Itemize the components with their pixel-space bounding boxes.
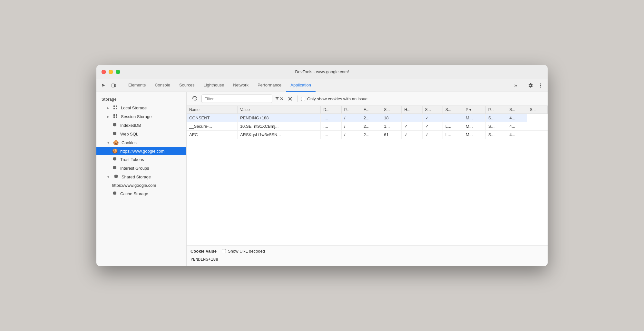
cell-path: / — [341, 114, 361, 122]
cursor-icon[interactable] — [99, 81, 108, 90]
sidebar-item-cookies[interactable]: ▼ 🍪 Cookies — [96, 138, 186, 147]
col-path[interactable]: P... — [341, 106, 361, 114]
db-icon — [112, 123, 118, 128]
show-decoded-label[interactable]: Show URL decoded — [222, 249, 265, 254]
col-samesite[interactable]: S... — [443, 106, 463, 114]
titlebar: DevTools - www.google.com/ — [96, 65, 548, 79]
cookies-google-label: https://www.google.com — [120, 149, 164, 154]
only-issues-checkbox-label[interactable]: Only show cookies with an issue — [301, 96, 367, 101]
cookies-table: Name Value D... P... E... S... H... S...… — [187, 106, 548, 139]
col-partitioned[interactable]: P... — [485, 106, 507, 114]
cell-name: CONSENT — [187, 114, 237, 122]
cell-httponly: ✓ — [402, 131, 422, 139]
local-storage-label: Local Storage — [121, 105, 147, 110]
show-decoded-text: Show URL decoded — [228, 249, 265, 254]
sidebar: Storage ▶ Local Storage ▶ — [96, 92, 187, 266]
delete-filter-button[interactable] — [286, 95, 294, 103]
svg-rect-1 — [114, 85, 116, 87]
tabbar: Elements Console Sources Lighthouse Netw… — [96, 79, 548, 92]
settings-icon[interactable] — [526, 81, 535, 90]
svg-rect-12 — [116, 116, 117, 118]
tab-application[interactable]: Application — [286, 79, 316, 92]
close-button[interactable] — [102, 70, 106, 74]
table-row[interactable]: AECARSKqsLi1w3e5SN......./2...61✓✓L...M.… — [187, 131, 548, 139]
more-tabs-button[interactable]: » — [511, 81, 520, 90]
svg-point-2 — [540, 83, 541, 84]
cell-source: 4... — [507, 114, 527, 122]
col-priority[interactable]: P▼ — [463, 106, 486, 114]
svg-point-4 — [540, 86, 541, 87]
tab-elements[interactable]: Elements — [124, 79, 150, 92]
tab-performance[interactable]: Performance — [253, 79, 286, 92]
web-sql-label: Web SQL — [120, 132, 138, 136]
col-size[interactable]: S... — [381, 106, 402, 114]
only-issues-checkbox[interactable] — [301, 97, 305, 101]
cell-size: 61 — [381, 131, 402, 139]
filter-input[interactable] — [201, 95, 272, 103]
sidebar-item-cache-storage[interactable]: Cache Storage — [96, 189, 186, 198]
col-secure[interactable]: S... — [422, 106, 443, 114]
maximize-button[interactable] — [116, 70, 120, 74]
svg-rect-5 — [113, 105, 115, 107]
minimize-button[interactable] — [109, 70, 113, 74]
cell-partitioned: S... — [485, 122, 507, 131]
tab-network[interactable]: Network — [229, 79, 253, 92]
cell-name: AEC — [187, 131, 237, 139]
svg-rect-9 — [113, 114, 115, 116]
cell-samesite: L... — [443, 131, 463, 139]
table-row[interactable]: CONSENTPENDING+188..../2...18✓M...S...4.… — [187, 114, 548, 122]
shared-storage-google-label: https://www.google.com — [112, 183, 156, 188]
only-issues-label: Only show cookies with an issue — [307, 96, 367, 101]
cell-source: 4... — [507, 131, 527, 139]
col-value[interactable]: Value — [237, 106, 321, 114]
arrow-down-icon: ▼ — [107, 175, 110, 179]
cookie-icon: 🍪 — [113, 140, 119, 145]
cookie-small-icon: 🍪 — [112, 148, 118, 154]
cell-domain: .... — [321, 114, 341, 122]
table-row[interactable]: __Secure-...10.SE=nt91XCBmj......./2...1… — [187, 122, 548, 131]
col-name[interactable]: Name — [187, 106, 237, 114]
sidebar-item-trust-tokens[interactable]: Trust Tokens — [96, 155, 186, 164]
session-storage-label: Session Storage — [121, 114, 151, 119]
sidebar-item-indexeddb[interactable]: IndexedDB — [96, 121, 186, 130]
refresh-button[interactable] — [190, 95, 199, 103]
sidebar-item-shared-storage[interactable]: ▼ Shared Storage — [96, 173, 186, 181]
cell-secure: ✓ — [422, 131, 443, 139]
svg-point-3 — [540, 85, 541, 86]
cookie-value-label: Cookie Value — [190, 249, 217, 254]
interest-groups-label: Interest Groups — [120, 166, 149, 171]
clear-filter-button[interactable] — [275, 95, 283, 103]
tab-console[interactable]: Console — [150, 79, 175, 92]
cookie-value-section: Cookie Value Show URL decoded PENDING+18… — [187, 245, 548, 266]
table-header-row: Name Value D... P... E... S... H... S...… — [187, 106, 548, 114]
tab-sources[interactable]: Sources — [175, 79, 199, 92]
col-domain[interactable]: D... — [321, 106, 341, 114]
sidebar-item-web-sql[interactable]: Web SQL — [96, 130, 186, 138]
cookies-table-wrapper: Name Value D... P... E... S... H... S...… — [187, 106, 548, 245]
sidebar-item-shared-storage-google[interactable]: https://www.google.com — [96, 181, 186, 189]
content-panel: Only show cookies with an issue Name Val… — [187, 92, 548, 266]
col-expires[interactable]: E... — [361, 106, 381, 114]
cell-partitioned: S... — [485, 131, 507, 139]
db-icon — [112, 166, 118, 171]
sidebar-item-interest-groups[interactable]: Interest Groups — [96, 164, 186, 173]
device-icon[interactable] — [109, 81, 118, 90]
show-decoded-checkbox[interactable] — [222, 249, 226, 253]
col-source[interactable]: S... — [507, 106, 527, 114]
col-httponly[interactable]: H... — [402, 106, 422, 114]
cell-priority: M... — [463, 114, 486, 122]
more-options-icon[interactable] — [536, 81, 545, 90]
arrow-down-icon: ▼ — [107, 141, 110, 145]
shared-storage-label: Shared Storage — [122, 175, 151, 179]
grid-icon — [112, 105, 118, 111]
sidebar-item-local-storage[interactable]: ▶ Local Storage — [96, 104, 186, 112]
tab-lighthouse[interactable]: Lighthouse — [199, 79, 229, 92]
sidebar-item-cookies-google[interactable]: 🍪 https://www.google.com — [96, 147, 186, 155]
db-icon — [112, 191, 118, 196]
col-extra[interactable]: S... — [527, 106, 547, 114]
main-content: Storage ▶ Local Storage ▶ — [96, 92, 548, 266]
cell-secure: ✓ — [422, 122, 443, 131]
sidebar-item-session-storage[interactable]: ▶ Session Storage — [96, 112, 186, 121]
window-title: DevTools - www.google.com/ — [295, 69, 349, 74]
cell-priority: M... — [463, 122, 486, 131]
